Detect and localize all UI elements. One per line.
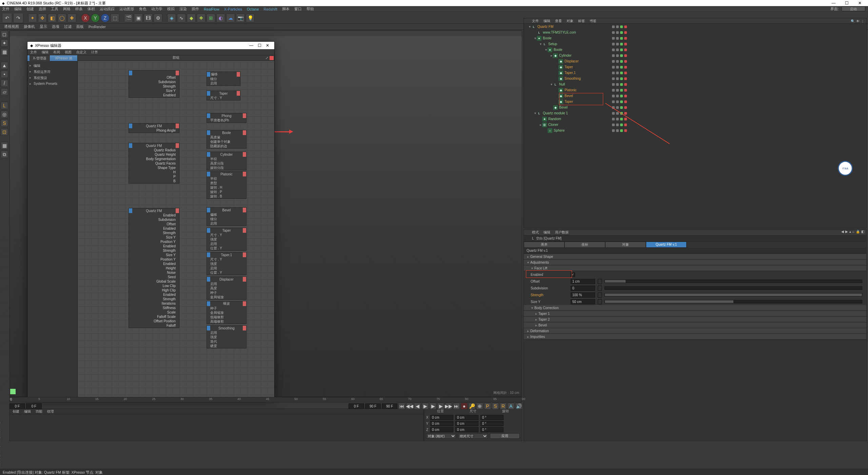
render-dot[interactable] [624,60,627,63]
xp-tree-edit[interactable]: 编辑 [29,63,76,69]
input-sizey[interactable] [571,299,595,304]
sec-taper2[interactable]: ▸Taper 2 [524,317,866,322]
vp-tab[interactable]: 透视视图 [4,24,19,29]
object-name[interactable]: Quartz module 1 [543,111,568,115]
input-subdiv[interactable] [571,286,595,291]
visibility-dot[interactable] [620,124,623,126]
visibility-dot[interactable] [620,72,623,74]
xp-port[interactable]: Enabled [129,262,179,266]
object-name[interactable]: Taper.1 [565,71,576,75]
menu-volume[interactable]: 体积 [87,6,95,12]
coords-mode-select[interactable]: 对象 (相对) [426,433,456,439]
am-tab-coord[interactable]: 坐标 [565,242,605,248]
am-menu-mode[interactable]: 模式 [532,230,539,235]
snap-2d[interactable]: ⊡ [1,128,8,136]
add-environment[interactable]: ☁ [226,14,235,22]
om-menu-file[interactable]: 文件 [532,19,539,23]
visibility-dot[interactable] [620,77,623,80]
rot-input[interactable] [480,415,504,420]
object-name[interactable]: Null [559,82,565,86]
xp-group-max-icon[interactable]: ⤢ [265,56,268,60]
coordinates-panel[interactable]: 位置尺寸旋转 XYZ 对象 (相对) 绝对尺寸 应用 [424,408,522,441]
xp-menu-calc[interactable]: 计算 [91,50,98,55]
om-item[interactable]: Lwww.TFMSTYLE.com [524,30,866,35]
xp-tree-sysops[interactable]: 系统运算符 [29,69,76,75]
play-button[interactable]: ▶ [430,403,436,410]
coords-size-select[interactable]: 绝对尺寸 [458,433,488,439]
material-manager[interactable]: 创建 编辑 功能 纹理 [9,408,424,441]
menu-realflow[interactable]: RealFlow [204,7,219,11]
xpresso-canvas[interactable]: 群组 ⤢ [78,55,274,399]
xp-node-noise[interactable]: 噪波 种子 全局缩放 低端修剪 高端修剪 [206,301,246,324]
xp-port[interactable]: Position Y [129,257,179,262]
om-item[interactable]: ◆Bevel [524,104,866,110]
menu-mograph[interactable]: 运动图形 [119,6,134,12]
om-item[interactable]: ▾●Boole [524,47,866,53]
snap-toggle[interactable]: ⧉ [1,151,8,158]
xp-menu-edit[interactable]: 编辑 [42,50,48,55]
xp-menu-file[interactable]: 文件 [30,50,37,55]
render-dot[interactable] [624,118,627,120]
om-search-icon[interactable]: 🔍 [851,19,855,23]
om-item[interactable]: ◆Displacer [524,58,866,64]
render-dot[interactable] [624,129,627,132]
menu-char[interactable]: 角色 [139,6,146,12]
xp-max-button[interactable]: ☐ [255,43,263,48]
render-dot[interactable] [624,25,627,28]
minimize-button[interactable]: — [827,1,840,5]
om-item[interactable]: ▾●Boole [524,35,866,41]
visibility-dot[interactable] [620,31,623,34]
am-lock-icon[interactable]: 🔒 [856,230,860,233]
key-s-button[interactable]: S [492,403,499,410]
tl-current[interactable] [26,403,42,409]
menu-edit[interactable]: 编辑 [14,6,22,12]
key-a-button[interactable]: A [508,403,514,410]
visibility-dot[interactable] [620,25,623,28]
xp-port[interactable]: Scale [129,310,179,315]
render-dot[interactable] [624,31,627,34]
recent-tool[interactable]: ✚ [67,14,76,22]
am-tab-object[interactable]: 对象 [605,242,646,248]
om-tree[interactable]: ▾LQuartz FMLwww.TFMSTYLE.com▾●Boole▾LSet… [524,24,866,133]
add-nurbs[interactable]: ❖ [197,14,205,22]
object-name[interactable]: Bevel [559,106,568,109]
om-menu-view[interactable]: 查看 [555,19,562,23]
xp-menu-layout[interactable]: 布局 [53,50,60,55]
key-pos-button[interactable]: ⊕ [476,403,483,410]
add-light[interactable]: 💡 [246,14,255,22]
render-dot[interactable] [624,77,627,80]
undo-button[interactable]: ↶ [2,13,12,23]
xp-port[interactable]: Global Scale [129,279,179,284]
xp-menu-view[interactable]: 视图 [65,50,72,55]
xp-port[interactable]: Size Y [129,253,179,257]
z-axis-lock[interactable]: Z [101,14,110,22]
xp-port[interactable]: Subdivision [129,217,179,222]
xp-tab-manager[interactable]: X-管理器 [29,55,50,61]
expand-icon[interactable]: ▸ [550,54,553,57]
om-item[interactable]: ◆Taper.1 [524,70,866,76]
object-name[interactable]: Boole [554,48,563,52]
expand-icon[interactable]: ▾ [533,111,537,115]
key-p-button[interactable]: P [484,403,491,410]
stepper-subdiv[interactable] [598,286,602,291]
render-dot[interactable] [624,54,627,57]
menu-spline[interactable]: 样条 [75,6,83,12]
coord-system[interactable]: ⬚ [111,14,119,22]
am-menu-edit[interactable]: 编辑 [544,230,550,235]
expand-icon[interactable]: ▾ [533,36,537,40]
object-name[interactable]: Boole [543,36,552,40]
add-cube[interactable]: ◈ [167,14,176,22]
next-frame-button[interactable]: ▶ [437,403,444,410]
object-name[interactable]: Platonic [565,88,577,92]
menu-create[interactable]: 创建 [26,6,34,12]
xp-port[interactable]: Strength [129,231,179,235]
timeline-ruler[interactable]: 051015202530354045505560657075808590 [9,397,522,402]
xp-port[interactable]: Iterations [129,301,179,306]
object-name[interactable]: Cloner [548,123,558,127]
input-strength[interactable] [571,292,595,298]
xp-port[interactable]: Stiffness [129,306,179,310]
xp-close-button[interactable]: ✕ [263,43,272,48]
goto-end-button[interactable]: ⏭ [453,403,460,410]
sec-general[interactable]: ▸General Shape [524,254,866,260]
render-dot[interactable] [624,100,627,103]
